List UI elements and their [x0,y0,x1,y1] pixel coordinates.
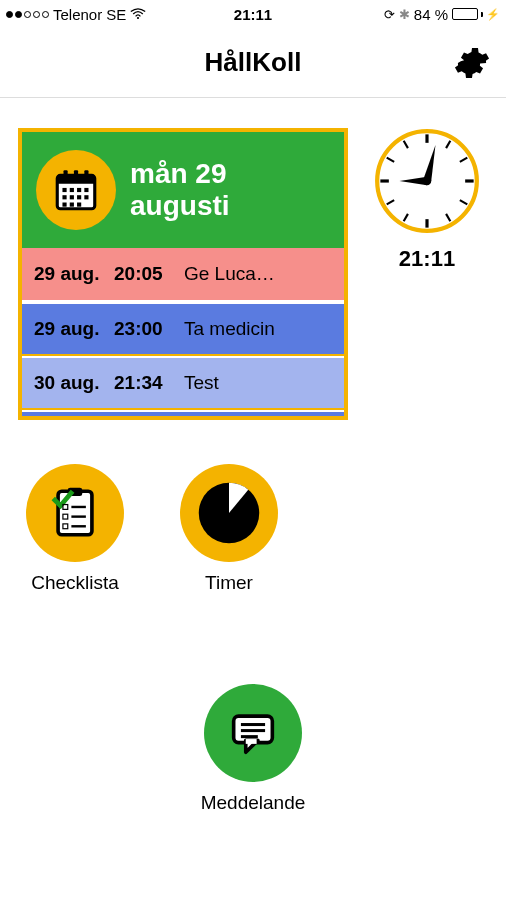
status-right: ⟳ ✱ 84 % ⚡ [384,6,500,23]
calendar-event-row[interactable]: 30 aug. 21:34 Test [22,356,344,410]
battery-icon: ⚡ [452,8,500,21]
svg-rect-3 [64,170,68,178]
calendar-date-line2: augusti [130,190,230,222]
svg-point-32 [423,177,431,185]
svg-rect-8 [77,188,81,192]
svg-rect-10 [62,195,66,199]
signal-dots-icon [6,11,49,18]
svg-rect-6 [62,188,66,192]
calendar-card[interactable]: mån 29 augusti 29 aug. 20:05 Ge Luca… 29… [18,128,348,420]
checklist-launcher[interactable]: Checklista [26,464,124,594]
message-label: Meddelande [201,792,306,814]
calendar-date: mån 29 augusti [130,158,230,222]
nav-bar: HållKoll [0,28,506,98]
svg-rect-15 [70,203,74,207]
timer-icon-circle [180,464,278,562]
bluetooth-icon: ✱ [399,7,410,22]
timer-launcher[interactable]: Timer [180,464,278,594]
checklist-icon [46,484,104,542]
svg-rect-13 [84,195,88,199]
event-time: 23:00 [114,318,184,340]
orientation-lock-icon: ⟳ [384,7,395,22]
event-label: Test [184,372,332,394]
calendar-list: 29 aug. 20:05 Ge Luca… 29 aug. 23:00 Ta … [22,248,344,416]
calendar-date-line1: mån 29 [130,158,230,190]
calendar-event-row[interactable]: 29 aug. 23:00 Ta medicin [22,302,344,356]
status-bar: Telenor SE 21:11 ⟳ ✱ 84 % ⚡ [0,0,506,28]
calendar-icon [51,165,101,215]
event-date: 29 aug. [34,318,114,340]
svg-rect-11 [70,195,74,199]
event-date: 29 aug. [34,263,114,285]
status-time: 21:11 [234,6,272,23]
svg-rect-7 [70,188,74,192]
calendar-more-indicator [22,410,344,416]
settings-button[interactable] [452,43,492,83]
message-launcher[interactable]: Meddelande [201,684,306,814]
page-title: HållKoll [205,47,302,78]
checklist-icon-circle [26,464,124,562]
message-icon [224,704,282,762]
status-left: Telenor SE [6,6,146,23]
svg-rect-4 [74,170,78,178]
checklist-label: Checklista [31,572,119,594]
svg-rect-44 [246,739,257,744]
svg-rect-14 [62,203,66,207]
svg-rect-9 [84,188,88,192]
event-date: 30 aug. [34,372,114,394]
timer-label: Timer [205,572,253,594]
event-time: 21:34 [114,372,184,394]
event-time: 20:05 [114,263,184,285]
event-label: Ge Luca… [184,263,332,285]
carrier-label: Telenor SE [53,6,126,23]
timer-icon [196,480,262,546]
svg-rect-16 [77,203,81,207]
calendar-event-row[interactable]: 29 aug. 20:05 Ge Luca… [22,248,344,302]
svg-rect-5 [84,170,88,178]
clock-widget[interactable]: 21:11 [366,128,488,272]
event-label: Ta medicin [184,318,332,340]
clock-icon [374,128,480,234]
svg-point-0 [137,16,139,18]
calendar-icon-circle [36,150,116,230]
gear-icon [454,45,490,81]
svg-rect-12 [77,195,81,199]
clock-time-label: 21:11 [399,246,455,272]
calendar-header: mån 29 augusti [22,132,344,248]
wifi-icon [130,6,146,23]
message-icon-circle [204,684,302,782]
battery-pct: 84 % [414,6,448,23]
